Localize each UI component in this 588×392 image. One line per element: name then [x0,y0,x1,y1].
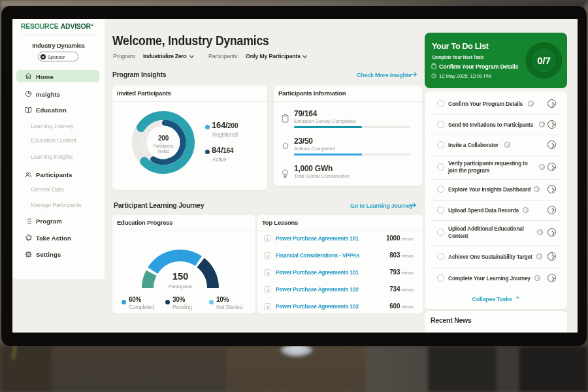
svg-text:200: 200 [158,135,169,142]
svg-text:Participants: Participants [169,284,193,289]
svg-text:0/7: 0/7 [537,55,550,66]
svg-text:Participants: Participants [154,144,174,149]
svg-text:150: 150 [172,270,188,282]
svg-text:Invited: Invited [157,149,169,154]
